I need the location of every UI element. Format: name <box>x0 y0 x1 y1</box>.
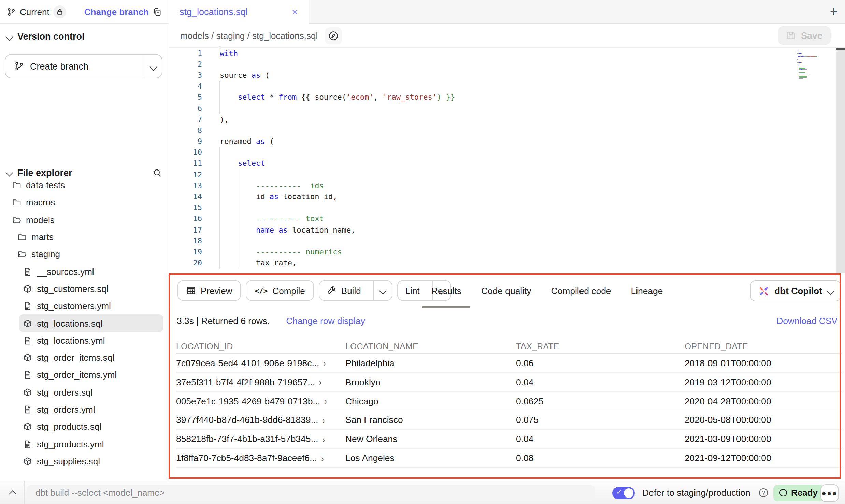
column-location-name[interactable]: LOCATION_NAME <box>345 341 516 351</box>
code-line-1[interactable]: 1with <box>169 48 845 59</box>
cell-location-id: 005e7e1c-1935-4269-b479-0713b...› <box>176 396 345 406</box>
tab-lineage[interactable]: Lineage <box>631 286 663 296</box>
column-location-id[interactable]: LOCATION_ID <box>176 341 345 351</box>
indent-guide <box>219 81 220 114</box>
defer-toggle[interactable]: ✓ <box>612 487 635 499</box>
tree-item-data-tests[interactable]: data-tests <box>8 177 163 194</box>
code-line-15[interactable]: 15 <box>169 202 845 213</box>
sidebar: Current Change branch Version control Cr… <box>0 0 169 481</box>
save-button[interactable]: Save <box>778 26 831 45</box>
code-line-17[interactable]: 17 name as location_name, <box>169 224 845 235</box>
compile-button[interactable]: </> Compile <box>246 280 314 301</box>
tab-compiled-code[interactable]: Compiled code <box>551 286 611 296</box>
code-line-8[interactable]: 8 <box>169 125 845 136</box>
code-line-13[interactable]: 13 ---------- ids <box>169 180 845 191</box>
tree-item-label: __sources.yml <box>37 266 94 277</box>
chevron-right-icon[interactable]: › <box>323 434 325 444</box>
code-line-3[interactable]: 3source as ( <box>169 70 845 81</box>
tree-item-stg-products-sql[interactable]: stg_products.sql <box>19 418 163 435</box>
chevron-right-icon[interactable]: › <box>323 415 325 425</box>
code-line-16[interactable]: 16 ---------- text <box>169 213 845 224</box>
tree-item-models[interactable]: models <box>8 211 163 228</box>
code-line-10[interactable]: 10 <box>169 147 845 158</box>
table-row: 3977f440-b87d-461b-9dd6-81839...›San Fra… <box>176 411 842 430</box>
chevron-right-icon[interactable]: › <box>324 396 327 406</box>
line-number: 1 <box>169 49 202 58</box>
command-input[interactable] <box>27 485 595 501</box>
tree-item-macros[interactable]: macros <box>8 194 163 211</box>
tree-item-stg-order-items-yml[interactable]: stg_order_items.yml <box>19 367 163 384</box>
minimap[interactable] <box>797 50 834 80</box>
download-csv-link[interactable]: Download CSV <box>776 316 837 326</box>
editor-scrollbar-track[interactable] <box>836 48 845 273</box>
cell-location-id: 1f8ffa70-7cb5-4d83-8a7f-9aceef6...› <box>176 453 345 463</box>
chevron-right-icon[interactable]: › <box>321 453 324 463</box>
code-line-7[interactable]: 7), <box>169 114 845 125</box>
tab-results[interactable]: Results <box>431 286 461 296</box>
editor-scrollbar-thumb[interactable] <box>836 48 845 50</box>
divider <box>143 55 143 78</box>
change-branch-link[interactable]: Change branch <box>84 6 149 17</box>
new-tab-button[interactable]: + <box>830 0 837 23</box>
code-line-4[interactable]: 4 <box>169 81 845 92</box>
tab-bar: stg_locations.sql ✕ + <box>169 0 845 24</box>
tree-item-stg-products-yml[interactable]: stg_products.yml <box>19 435 163 453</box>
code-line-12[interactable]: 12 <box>169 169 845 180</box>
compile-label: Compile <box>272 285 305 296</box>
tree-item-stg-customers-yml[interactable]: stg_customers.yml <box>19 297 163 315</box>
minimap-line <box>797 72 834 73</box>
create-branch-button[interactable]: Create branch <box>5 54 162 78</box>
tree-item-label: stg_order_items.sql <box>37 353 114 363</box>
tree-item-stg-locations-sql[interactable]: stg_locations.sql <box>19 315 163 332</box>
tree-item-stg-orders-yml[interactable]: stg_orders.yml <box>19 401 163 418</box>
search-icon[interactable] <box>153 168 162 177</box>
help-icon[interactable]: ? <box>759 488 768 497</box>
code-line-14[interactable]: 14 id as location_id, <box>169 191 845 202</box>
code-line-2[interactable]: 2 <box>169 59 845 70</box>
tree-item-stg-orders-sql[interactable]: stg_orders.sql <box>19 384 163 401</box>
tree-item-marts[interactable]: marts <box>14 228 163 246</box>
dbt-copilot-button[interactable]: dbt Copilot <box>750 280 841 301</box>
change-row-display-link[interactable]: Change row display <box>286 316 365 326</box>
ellipsis-menu-button[interactable]: ●●● <box>820 484 839 502</box>
tab-code-quality[interactable]: Code quality <box>481 286 531 296</box>
minimap-line <box>797 50 834 51</box>
tree-item-stg-locations-yml[interactable]: stg_locations.yml <box>19 332 163 349</box>
tree-item--sources-yml[interactable]: __sources.yml <box>19 263 163 280</box>
tree-item-stg-customers-sql[interactable]: stg_customers.sql <box>19 280 163 298</box>
build-main[interactable]: Build <box>319 281 369 300</box>
chevron-right-icon[interactable]: › <box>319 377 321 387</box>
code-line-9[interactable]: 9renamed as ( <box>169 136 845 147</box>
code-line-5[interactable]: 5 select * from {{ source('ecom', 'raw_s… <box>169 92 845 103</box>
table-row: 37e5f311-b7f4-4f2f-988b-719657...›Brookl… <box>176 373 842 392</box>
code-editor[interactable]: 1with23source as (45 select * from {{ so… <box>169 48 845 273</box>
tree-item-label: stg_customers.yml <box>37 301 111 311</box>
code-line-20[interactable]: 20 tax_rate, <box>169 257 845 268</box>
file-icon <box>23 267 32 276</box>
panel-tabs: Results Code quality Compiled code Linea… <box>431 273 663 308</box>
chevron-down-icon[interactable] <box>149 63 157 70</box>
tab-stg-locations-sql[interactable]: stg_locations.sql ✕ <box>169 0 309 24</box>
build-dropdown[interactable] <box>373 281 392 300</box>
tree-item-stg-supplies-sql[interactable]: stg_supplies.sql <box>19 453 163 470</box>
file-icon <box>23 440 32 448</box>
code-line-11[interactable]: 11 select <box>169 158 845 169</box>
lint-main[interactable]: Lint <box>398 281 427 300</box>
status-badge[interactable]: Ready <box>773 485 824 501</box>
copy-icon[interactable] <box>153 7 162 16</box>
chevron-up-icon[interactable] <box>9 491 16 498</box>
close-icon[interactable]: ✕ <box>291 8 298 16</box>
navigate-chip[interactable] <box>325 27 342 44</box>
line-number: 18 <box>169 237 202 246</box>
code-line-18[interactable]: 18 <box>169 235 845 246</box>
cell-opened-date: 2021-03-09T00:00:00 <box>685 434 842 444</box>
version-control-header[interactable]: Version control <box>7 31 85 42</box>
code-line-6[interactable]: 6 <box>169 103 845 114</box>
tree-item-stg-order-items-sql[interactable]: stg_order_items.sql <box>19 349 163 367</box>
tree-item-staging[interactable]: staging <box>14 246 163 263</box>
column-opened-date[interactable]: OPENED_DATE <box>685 341 842 351</box>
preview-button[interactable]: Preview <box>177 280 241 301</box>
code-line-19[interactable]: 19 ---------- numerics <box>169 247 845 257</box>
column-tax-rate[interactable]: TAX_RATE <box>516 341 685 351</box>
chevron-right-icon[interactable]: › <box>323 358 326 368</box>
